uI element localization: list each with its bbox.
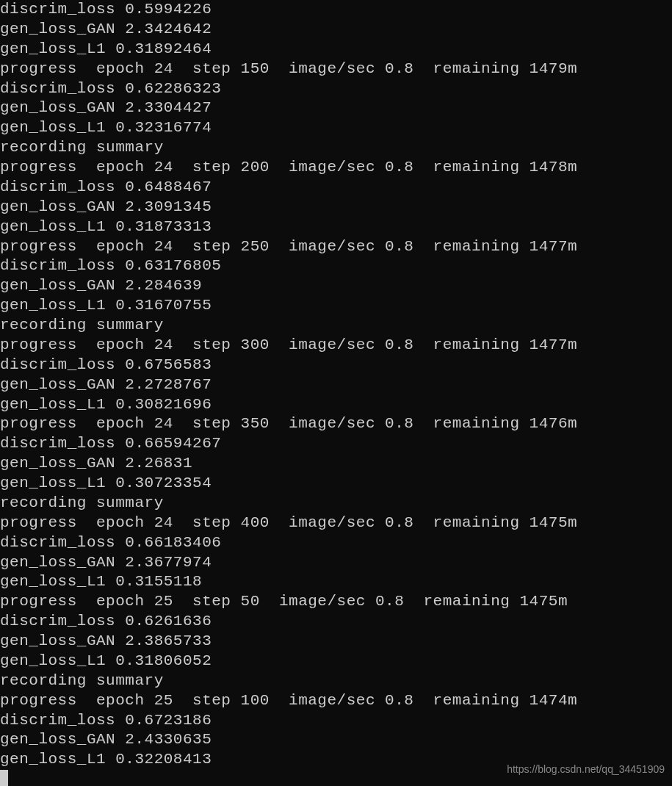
terminal-line: gen_loss_GAN 2.284639: [0, 276, 672, 296]
terminal-line: gen_loss_L1 0.32316774: [0, 118, 672, 138]
terminal-line: discrim_loss 0.6756583: [0, 356, 672, 375]
terminal-line: progress epoch 24 step 400 image/sec 0.8…: [0, 513, 672, 533]
terminal-output: discrim_loss 0.5994226gen_loss_GAN 2.342…: [0, 0, 672, 770]
terminal-line: gen_loss_L1 0.31892464: [0, 40, 672, 60]
terminal-line: recording summary: [0, 671, 672, 691]
terminal-line: discrim_loss 0.62286323: [0, 79, 672, 99]
terminal-line: gen_loss_L1 0.30723354: [0, 474, 672, 494]
terminal-line: discrim_loss 0.6261636: [0, 612, 672, 632]
terminal-line: recording summary: [0, 138, 672, 158]
terminal-line: progress epoch 24 step 200 image/sec 0.8…: [0, 158, 672, 178]
terminal-line: discrim_loss 0.66594267: [0, 434, 672, 454]
terminal-line: gen_loss_GAN 2.2728767: [0, 375, 672, 395]
terminal-line: gen_loss_L1 0.31670755: [0, 296, 672, 316]
terminal-line: gen_loss_L1 0.31806052: [0, 652, 672, 671]
terminal-cursor: [0, 770, 8, 786]
terminal-line: progress epoch 25 step 50 image/sec 0.8 …: [0, 592, 672, 612]
terminal-line: progress epoch 24 step 150 image/sec 0.8…: [0, 60, 672, 79]
terminal-line: gen_loss_GAN 2.3091345: [0, 198, 672, 217]
terminal-line: gen_loss_GAN 2.4330635: [0, 730, 672, 750]
terminal-line: discrim_loss 0.63176805: [0, 256, 672, 276]
terminal-line: discrim_loss 0.66183406: [0, 533, 672, 553]
terminal-line: gen_loss_L1 0.3155118: [0, 572, 672, 592]
terminal-line: gen_loss_L1 0.30821696: [0, 395, 672, 415]
terminal-line: gen_loss_GAN 2.3865733: [0, 632, 672, 652]
terminal-line: discrim_loss 0.6488467: [0, 178, 672, 198]
watermark-text: https://blog.csdn.net/qq_34451909: [507, 763, 665, 776]
terminal-line: gen_loss_GAN 2.3677974: [0, 553, 672, 573]
terminal-line: recording summary: [0, 316, 672, 336]
terminal-line: progress epoch 24 step 350 image/sec 0.8…: [0, 414, 672, 434]
terminal-line: discrim_loss 0.5994226: [0, 0, 672, 20]
terminal-line: progress epoch 24 step 250 image/sec 0.8…: [0, 237, 672, 257]
terminal-line: gen_loss_GAN 2.3424642: [0, 20, 672, 40]
terminal-line: gen_loss_GAN 2.3304427: [0, 98, 672, 118]
terminal-line: progress epoch 25 step 100 image/sec 0.8…: [0, 691, 672, 711]
terminal-line: progress epoch 24 step 300 image/sec 0.8…: [0, 336, 672, 356]
terminal-line: discrim_loss 0.6723186: [0, 711, 672, 731]
terminal-line: gen_loss_GAN 2.26831: [0, 454, 672, 474]
terminal-line: recording summary: [0, 494, 672, 513]
terminal-line: gen_loss_L1 0.31873313: [0, 217, 672, 237]
